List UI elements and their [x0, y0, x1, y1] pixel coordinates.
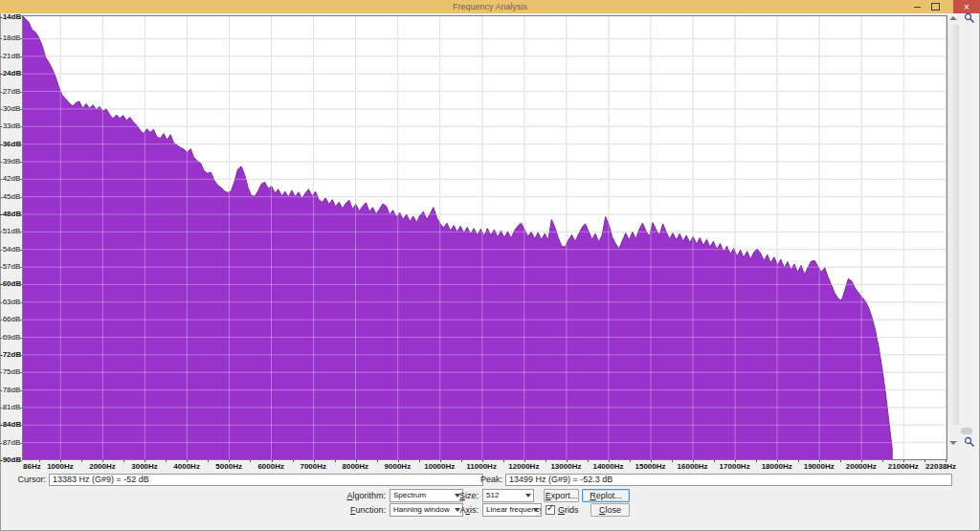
x-tick-mark: [398, 460, 399, 462]
titlebar[interactable]: Frequency Analysis: [0, 0, 980, 13]
x-tick-label: 19000Hz: [804, 462, 835, 471]
window-title: Frequency Analysis: [0, 0, 980, 13]
y-tick-label: -78dB: [0, 387, 19, 394]
zoom-out-icon[interactable]: [964, 436, 975, 448]
x-tick-mark: [798, 460, 799, 462]
y-tick-label: -18dB: [0, 34, 19, 42]
x-tick-mark: [546, 460, 546, 462]
x-tick-mark: [503, 460, 504, 462]
x-tick-mark: [482, 460, 483, 462]
x-tick-mark: [293, 460, 294, 462]
x-tick-mark: [819, 460, 820, 462]
x-tick-label: 6000Hz: [257, 462, 284, 471]
y-tick-label: -66dB: [0, 316, 19, 323]
y-tick-label: -24dB: [0, 70, 19, 77]
minimize-button[interactable]: [909, 0, 924, 13]
x-tick-label: 18000Hz: [762, 462, 792, 471]
y-tick-label: -72dB: [0, 351, 19, 359]
y-tick-label: -33dB: [0, 122, 19, 130]
grids-checkbox[interactable]: ✓: [546, 505, 555, 515]
y-tick-label: -27dB: [0, 88, 19, 96]
x-axis: 86Hz1000Hz2000Hz3000Hz4000Hz5000Hz6000Hz…: [0, 460, 963, 473]
close-button[interactable]: Close: [590, 503, 630, 517]
function-label: Function:: [316, 503, 386, 517]
axis-label: Axis:: [435, 503, 479, 517]
y-tick-label: -14dB: [0, 13, 19, 21]
x-tick-mark: [609, 460, 610, 462]
x-tick-mark: [335, 460, 336, 462]
peak-value-field: 13499 Hz (G#9) = -52.3 dB: [505, 474, 952, 486]
x-tick-label: 5000Hz: [215, 462, 242, 471]
x-tick-mark: [903, 460, 904, 462]
size-select[interactable]: 512: [482, 489, 534, 502]
vertical-scrollbar[interactable]: [948, 25, 959, 425]
x-tick-label: 14000Hz: [592, 462, 623, 471]
size-value: 512: [486, 491, 499, 499]
x-tick-label: 4000Hz: [173, 462, 200, 471]
x-tick-label: 2000Hz: [89, 462, 116, 471]
x-tick-mark: [461, 460, 462, 462]
x-tick-mark: [630, 460, 631, 462]
chevron-down-icon: [533, 508, 539, 512]
restore-button[interactable]: [926, 0, 944, 13]
x-tick-mark: [166, 460, 167, 462]
y-tick-label: -63dB: [0, 299, 19, 306]
x-tick-mark: [102, 460, 103, 462]
x-tick-mark: [440, 460, 441, 462]
spectrum-chart[interactable]: [22, 15, 947, 460]
x-tick-mark: [314, 460, 315, 462]
peak-value: 13499 Hz (G#9) = -52.3 dB: [509, 475, 612, 484]
y-tick-label: -69dB: [0, 334, 19, 342]
check-icon: ✓: [546, 503, 554, 513]
x-tick-mark: [208, 460, 209, 462]
y-tick-label: -81dB: [0, 404, 19, 411]
cursor-label: Cursor:: [0, 474, 46, 486]
axis-select[interactable]: Linear frequency: [482, 503, 542, 517]
x-tick-mark: [229, 460, 230, 462]
peak-label: Peak:: [477, 474, 502, 486]
x-tick-mark: [81, 460, 82, 462]
y-tick-label: -45dB: [0, 193, 19, 201]
algorithm-label: Algorithm:: [316, 489, 386, 502]
x-tick-mark: [588, 460, 589, 462]
x-tick-label: 22038Hz: [925, 462, 956, 471]
close-window-button[interactable]: ×: [953, 0, 980, 13]
x-tick-mark: [419, 460, 420, 462]
frequency-analysis-window: Frequency Analysis × -14dB-18dB-21dB-24d…: [0, 0, 980, 531]
zoom-in-icon[interactable]: [964, 12, 975, 24]
y-tick-label: -75dB: [0, 368, 19, 376]
x-tick-label: 12000Hz: [508, 462, 539, 471]
x-tick-label: 9000Hz: [385, 462, 412, 471]
x-tick-label: 3000Hz: [131, 462, 158, 471]
x-tick-mark: [924, 460, 925, 462]
x-tick-label: 17000Hz: [720, 462, 750, 471]
x-tick-mark: [840, 460, 841, 462]
x-tick-mark: [756, 460, 757, 462]
size-label: Size:: [435, 489, 479, 502]
replot-button[interactable]: Replot...: [582, 489, 630, 502]
x-tick-mark: [882, 460, 883, 462]
x-tick-mark: [777, 460, 778, 462]
cursor-value-field: 13383 Hz (G#9) = -52 dB: [49, 474, 483, 486]
x-tick-mark: [524, 460, 525, 462]
scroll-up-icon[interactable]: [949, 16, 957, 20]
x-tick-mark: [272, 460, 273, 462]
x-tick-mark: [735, 460, 736, 462]
x-tick-mark: [145, 460, 145, 462]
algorithm-value: Spectrum: [393, 491, 426, 499]
x-tick-label: 13000Hz: [550, 462, 581, 471]
scroll-down-icon[interactable]: [949, 441, 957, 445]
x-tick-label: 21000Hz: [888, 462, 919, 471]
export-button[interactable]: Export...: [544, 489, 579, 502]
x-tick-mark: [672, 460, 673, 462]
close-icon: ×: [964, 1, 969, 13]
x-tick-mark: [377, 460, 378, 462]
y-tick-label: -60dB: [0, 280, 19, 288]
handle-icon: [961, 428, 972, 434]
y-tick-label: -39dB: [0, 158, 19, 166]
y-tick-label: -84dB: [0, 421, 19, 429]
x-tick-mark: [651, 460, 652, 462]
y-tick-label: -87dB: [0, 439, 19, 447]
y-tick-label: -51dB: [0, 228, 19, 235]
y-tick-label: -30dB: [0, 105, 19, 113]
